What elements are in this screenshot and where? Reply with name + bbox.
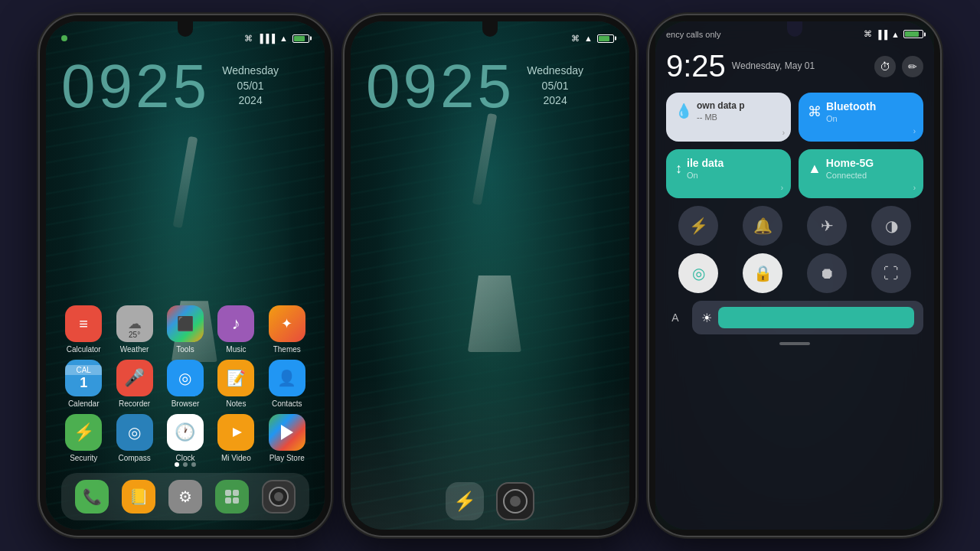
airplane-icon: ✈	[821, 217, 834, 235]
app-icon-calendar: CAL 1	[65, 360, 102, 396]
cc-tile-bluetooth[interactable]: ⌘ Bluetooth On ›	[799, 93, 923, 142]
app-icon-playstore	[269, 414, 305, 451]
brightness-bar[interactable]: ☀	[692, 301, 923, 334]
battery-fill-1	[294, 36, 305, 41]
app-icon-themes: ✦	[269, 305, 305, 342]
app-music[interactable]: ♪ Music	[214, 305, 258, 354]
wallpaper-2-boat	[468, 276, 521, 352]
app-label-playstore: Play Store	[270, 454, 305, 462]
font-small-icon: A	[666, 311, 684, 324]
cc-bell-btn[interactable]: 🔔	[743, 206, 782, 246]
page-dots-1	[175, 462, 196, 467]
wallpaper-2-dock	[472, 113, 497, 205]
clock-date-1: Wednesday 05/01 2024	[222, 64, 279, 109]
cc-status-icons: ⌘ ▐▐ ▲	[864, 29, 923, 39]
app-playstore[interactable]: Play Store	[265, 414, 309, 462]
app-label-security: Security	[70, 454, 97, 462]
app-contacts[interactable]: 👤 Contacts	[265, 360, 309, 408]
app-row-3: ⚡ Security ◎ Compass 🕐 Clock Mi Video	[58, 414, 312, 462]
app-icon-compass: ◎	[116, 414, 153, 451]
cc-contrast-btn[interactable]: ◑	[871, 206, 911, 246]
location-icon: ◎	[692, 264, 705, 282]
cc-airplane-btn[interactable]: ✈	[807, 206, 847, 246]
mobile-data-title: ile data	[687, 157, 724, 169]
clock-time-2: 0925	[366, 56, 514, 117]
phone2-torch[interactable]: ⚡	[446, 482, 484, 520]
cc-signal-icon: ▐▐	[876, 30, 888, 39]
app-row-2: CAL 1 Calendar 🎤 Recorder ◎ Browser 📝 No…	[58, 360, 312, 408]
cc-brightness-row: A ☀	[666, 301, 923, 334]
app-mivideo[interactable]: Mi Video	[214, 414, 258, 462]
cc-tile-mobile-data[interactable]: ↕ ile data On ›	[666, 149, 791, 198]
wifi-icon-2: ▲	[584, 34, 593, 43]
svg-marker-1	[281, 425, 293, 440]
app-calendar[interactable]: CAL 1 Calendar	[61, 360, 106, 408]
app-icon-calculator: ≡	[65, 305, 102, 342]
app-themes[interactable]: ✦ Themes	[265, 305, 309, 354]
battery-bar-1	[292, 34, 309, 43]
dock-phone[interactable]: 📞	[75, 480, 109, 514]
app-icon-browser: ◎	[167, 360, 204, 396]
app-weather[interactable]: ☁ 25° Weather	[113, 305, 157, 354]
dock-1: 📞 📒 ⚙	[61, 473, 309, 520]
app-compass[interactable]: ◎ Compass	[113, 414, 157, 462]
clock-area-1: 0925 Wednesday 05/01 2024	[61, 56, 210, 117]
clock-area-2: 0925 Wednesday 05/01 2024	[366, 56, 514, 117]
notch-3	[787, 21, 802, 37]
bluetooth-icon-2: ⌘	[571, 34, 580, 44]
data-tile-chevron: ›	[782, 129, 785, 137]
app-label-calendar: Calendar	[68, 399, 100, 408]
cc-tile-wifi[interactable]: ▲ Home-5G Connected ›	[799, 149, 923, 198]
cc-tile-data-usage[interactable]: 💧 own data p -- MB ›	[666, 93, 791, 142]
cc-wifi-icon: ▲	[891, 30, 900, 39]
dock-puzzle[interactable]	[215, 480, 249, 514]
cc-lock-rotate-btn[interactable]: 🔒	[743, 253, 782, 293]
app-notes[interactable]: 📝 Notes	[214, 360, 258, 408]
app-icon-contacts: 👤	[269, 360, 305, 396]
cc-timer-icon[interactable]: ⏱	[874, 56, 896, 77]
app-icon-security: ⚡	[65, 414, 102, 451]
page-dot-2	[183, 462, 188, 467]
svg-rect-2	[225, 490, 231, 496]
wifi-tile-sub: Connected	[826, 171, 874, 180]
dock-settings[interactable]: ⚙	[168, 480, 202, 514]
app-recorder[interactable]: 🎤 Recorder	[113, 360, 157, 408]
svg-rect-4	[225, 497, 231, 504]
wallpaper-dock-shape	[173, 136, 198, 228]
dock-camera[interactable]	[262, 480, 296, 514]
battery-fill-2	[599, 36, 609, 41]
lock-rotate-icon: 🔒	[753, 264, 773, 282]
page-dot-1	[175, 462, 179, 467]
phone-3: ency calls only ⌘ ▐▐ ▲ 9:25 Wednesday, M…	[649, 15, 940, 536]
svg-rect-3	[233, 490, 239, 496]
app-clock[interactable]: 🕐 Clock	[163, 414, 207, 462]
app-label-themes: Themes	[273, 345, 301, 354]
app-tools[interactable]: ⬛ Tools	[163, 305, 207, 354]
cc-location-btn[interactable]: ◎	[678, 253, 718, 293]
torch-icon: ⚡	[689, 217, 708, 235]
cc-record-btn[interactable]: ⏺	[807, 253, 847, 293]
notch-1	[178, 21, 193, 37]
app-browser[interactable]: ◎ Browser	[163, 360, 207, 408]
app-icon-mivideo	[217, 414, 254, 451]
cc-edit-icon[interactable]: ✏	[902, 56, 923, 77]
app-label-browser: Browser	[172, 399, 200, 408]
phone2-camera[interactable]	[496, 482, 534, 520]
cc-torch-btn[interactable]: ⚡	[678, 206, 718, 246]
status-dot-1	[61, 35, 67, 41]
record-icon: ⏺	[819, 265, 835, 282]
cc-time-icons: ⏱ ✏	[874, 56, 923, 77]
data-usage-title: own data p	[697, 100, 745, 111]
status-right-2: ⌘ ▲	[571, 34, 614, 44]
app-calculator[interactable]: ≡ Calculator	[61, 305, 106, 354]
bluetooth-tile-icon: ⌘	[808, 103, 822, 120]
cc-time-row: 9:25 Wednesday, May 01 ⏱ ✏	[666, 49, 923, 83]
brightness-sun-icon: ☀	[701, 311, 712, 325]
cc-tiles-row-1: 💧 own data p -- MB › ⌘ Bluetooth	[666, 93, 923, 142]
mobile-data-sub: On	[687, 171, 724, 180]
cc-fullscreen-btn[interactable]: ⛶	[871, 253, 911, 293]
app-security[interactable]: ⚡ Security	[61, 414, 106, 462]
dock-memos[interactable]: 📒	[122, 480, 155, 514]
app-label-weather: Weather	[120, 345, 149, 354]
brightness-fill	[718, 307, 914, 328]
